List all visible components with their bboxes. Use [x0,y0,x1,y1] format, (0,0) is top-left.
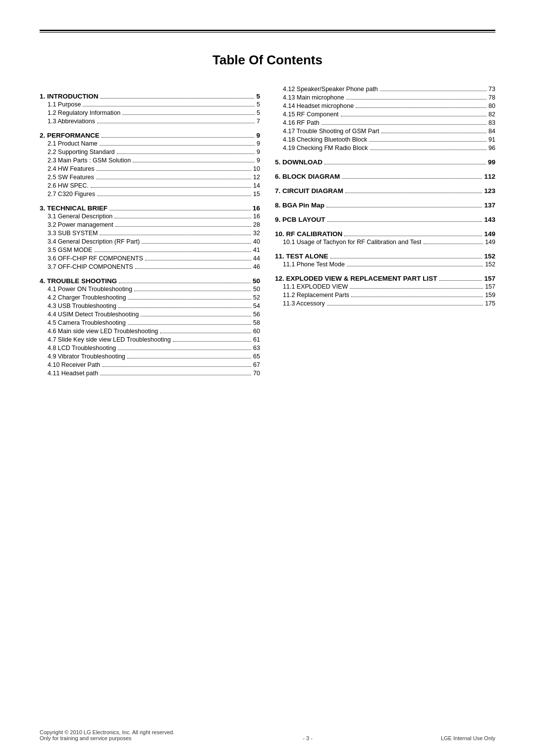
toc-label: 1.1 Purpose [48,101,81,108]
toc-dots [356,107,486,108]
toc-dots [127,358,251,358]
toc-item: 4.15 RF Component82 [275,111,495,118]
toc-item: 4.4 USIM Detect Troubleshooting56 [40,311,260,318]
footer-center: - 3 - [303,735,313,741]
toc-page: 112 [484,173,495,180]
toc-label: 4.11 Headset path [48,370,98,377]
toc-dots [97,123,255,123]
toc-dots [114,218,251,218]
toc-label: 6. BLOCK DIAGRAM [275,173,340,180]
toc-dots [345,193,482,193]
toc-label: 4.10 Receiver Path [48,361,100,368]
toc-label: 4.1 Power ON Troubleshooting [48,286,132,293]
toc-page: 28 [253,221,260,228]
second-rule [40,32,495,33]
toc-left-col: 1. INTRODUCTION51.1 Purpose51.2 Regulato… [40,86,260,378]
toc-page: 84 [488,128,495,135]
toc-item: 2.7 C320 Figures15 [40,191,260,198]
toc-label: 10. RF CALIBRATION [275,230,342,238]
toc-label: 9. PCB LAYOUT [275,216,325,223]
toc-item: 4.6 Main side view LED Troubleshooting60 [40,328,260,335]
toc-section: 1. INTRODUCTION5 [40,93,260,100]
toc-label: 5. DOWNLOAD [275,158,322,166]
toc-page: 12 [253,174,260,181]
toc-section: 2. PERFORMANCE9 [40,132,260,139]
toc-dots [145,260,251,260]
toc-dots [128,299,251,300]
toc-dots [324,164,486,164]
toc-section: 9. PCB LAYOUT143 [275,216,495,223]
toc-container: 1. INTRODUCTION51.1 Purpose51.2 Regulato… [40,86,495,378]
toc-label: 11. TEST ALONE [275,252,328,260]
toc-item: 2.1 Product Name9 [40,140,260,147]
toc-page: 44 [253,255,260,262]
toc-page: 63 [253,345,260,352]
footer-left-line1: Copyright © 2010 LG Electronics, Inc. Al… [40,729,174,735]
toc-label: 4.8 LCD Troubleshooting [48,345,116,352]
toc-page: 5 [256,93,260,100]
toc-dots [118,350,251,350]
toc-item: 4.16 RF Path83 [275,119,495,126]
toc-page: 5 [257,109,260,116]
toc-page: 50 [253,277,260,285]
toc-label: 4.9 Vibrator Troubleshooting [48,353,125,360]
toc-item: 3.2 Power management28 [40,221,260,228]
toc-item: 4.10 Receiver Path67 [40,361,260,368]
toc-item: 4.13 Main microphone78 [275,94,495,101]
toc-item: 4.14 Headset microphone80 [275,102,495,109]
toc-dots [330,258,482,258]
toc-dots [327,221,482,222]
toc-page: 9 [256,132,260,139]
toc-page: 137 [484,202,495,209]
toc-dots [91,187,251,188]
toc-page: 56 [253,311,260,318]
toc-page: 52 [253,294,260,301]
toc-item: 2.2 Supporting Standard9 [40,149,260,155]
toc-label: 11.3 Accessory [283,300,325,307]
toc-label: 4.12 Speaker/Speaker Phone path [283,86,378,93]
toc-page: 80 [488,102,495,109]
toc-item: 3.6 OFF-CHIP RF COMPONENTS44 [40,255,260,262]
toc-page: 91 [488,136,495,143]
toc-page: 15 [253,191,260,198]
toc-dots [100,235,251,235]
toc-page: 157 [485,283,495,290]
toc-section: 10. RF CALIBRATION149 [275,230,495,238]
toc-page: 78 [488,94,495,101]
toc-page: 9 [257,149,260,155]
toc-label: 11.1 Phone Test Mode [283,261,345,268]
toc-dots [380,91,486,91]
toc-item: 4.12 Speaker/Speaker Phone path73 [275,86,495,93]
toc-dots [102,366,251,367]
toc-page: 46 [253,263,260,270]
toc-dots [135,268,251,269]
toc-item: 11.3 Accessory175 [275,300,495,307]
page-title: Table Of Contents [40,52,495,68]
toc-item: 1.1 Purpose5 [40,101,260,108]
toc-item: 4.11 Headset path70 [40,370,260,377]
toc-section: 12. EXPLODED VIEW & REPLACEMENT PART LIS… [275,275,495,282]
toc-page: 7 [257,118,260,125]
toc-label: 1.2 Regulatory Information [48,109,120,116]
toc-page: 73 [488,86,495,93]
toc-dots [370,150,486,150]
toc-dots [142,243,251,244]
toc-dots [381,133,487,133]
toc-label: 2.4 HW Features [48,165,94,172]
toc-dots [160,333,251,333]
toc-page: 175 [485,300,495,307]
toc-item: 11.2 Replacement Parts159 [275,292,495,299]
toc-item: 2.5 SW Features12 [40,174,260,181]
toc-dots [109,210,251,210]
toc-dots [118,307,251,308]
toc-item: 11.1 Phone Test Mode152 [275,261,495,268]
toc-label: 4.16 RF Path [283,119,320,126]
toc-label: 3.4 General Description (RF Part) [48,238,140,245]
toc-label: 3.5 GSM MODE [48,247,92,253]
toc-label: 4.17 Trouble Shooting of GSM Part [283,128,379,135]
toc-page: 96 [488,145,495,151]
toc-label: 8. BGA Pin Map [275,202,324,209]
toc-page: 10 [253,165,260,172]
toc-dots [369,141,486,142]
toc-dots [321,124,486,125]
